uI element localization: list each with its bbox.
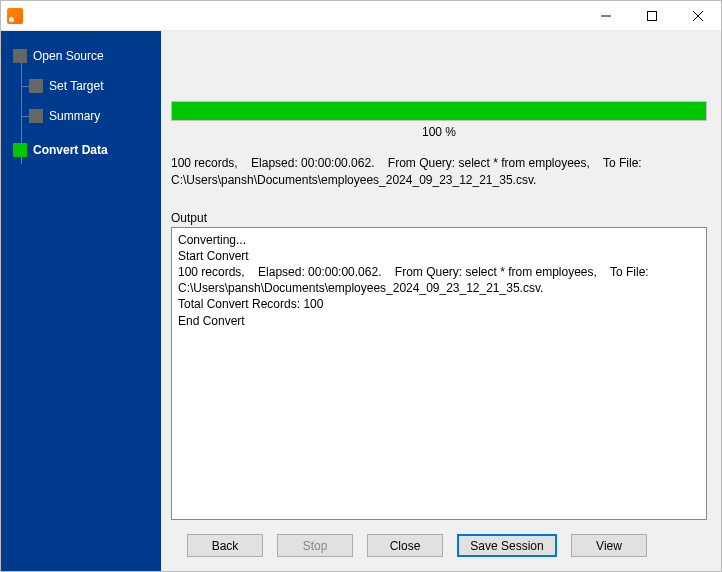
stop-button: Stop bbox=[277, 534, 353, 557]
nav-label: Set Target bbox=[49, 79, 103, 93]
maximize-icon bbox=[647, 11, 657, 21]
content-pane: 100 % 100 records, Elapsed: 00:00:00.062… bbox=[161, 31, 721, 571]
step-box-icon bbox=[29, 79, 43, 93]
nav-label: Convert Data bbox=[33, 143, 108, 157]
window-controls bbox=[583, 1, 721, 30]
progress-bar bbox=[171, 101, 707, 121]
nav-label: Open Source bbox=[33, 49, 104, 63]
minimize-icon bbox=[601, 11, 611, 21]
view-button[interactable]: View bbox=[571, 534, 647, 557]
close-icon bbox=[693, 11, 703, 21]
nav-convert-data[interactable]: Convert Data bbox=[1, 135, 161, 165]
sidebar: Open Source Set Target Summary Convert D… bbox=[1, 31, 161, 571]
progress-text: 100 % bbox=[171, 125, 707, 139]
main: Open Source Set Target Summary Convert D… bbox=[1, 31, 721, 571]
nav-open-source[interactable]: Open Source bbox=[1, 41, 161, 71]
nav-set-target[interactable]: Set Target bbox=[1, 71, 161, 101]
save-session-button[interactable]: Save Session bbox=[457, 534, 557, 557]
output-textarea[interactable]: Converting... Start Convert 100 records,… bbox=[171, 227, 707, 520]
output-section: Output Converting... Start Convert 100 r… bbox=[171, 211, 707, 520]
nav-summary[interactable]: Summary bbox=[1, 101, 161, 131]
maximize-button[interactable] bbox=[629, 1, 675, 30]
button-row: Back Stop Close Save Session View bbox=[171, 534, 707, 557]
nav-label: Summary bbox=[49, 109, 100, 123]
close-button[interactable] bbox=[675, 1, 721, 30]
step-box-icon bbox=[13, 143, 27, 157]
minimize-button[interactable] bbox=[583, 1, 629, 30]
output-label: Output bbox=[171, 211, 707, 225]
summary-text: 100 records, Elapsed: 00:00:00.062. From… bbox=[171, 155, 707, 189]
app-icon bbox=[7, 8, 23, 24]
step-box-icon bbox=[29, 109, 43, 123]
close-dialog-button[interactable]: Close bbox=[367, 534, 443, 557]
svg-rect-1 bbox=[648, 11, 657, 20]
titlebar bbox=[1, 1, 721, 31]
back-button[interactable]: Back bbox=[187, 534, 263, 557]
progress-section: 100 % bbox=[171, 101, 707, 139]
step-box-icon bbox=[13, 49, 27, 63]
titlebar-left bbox=[1, 8, 23, 24]
progress-fill bbox=[172, 102, 706, 120]
